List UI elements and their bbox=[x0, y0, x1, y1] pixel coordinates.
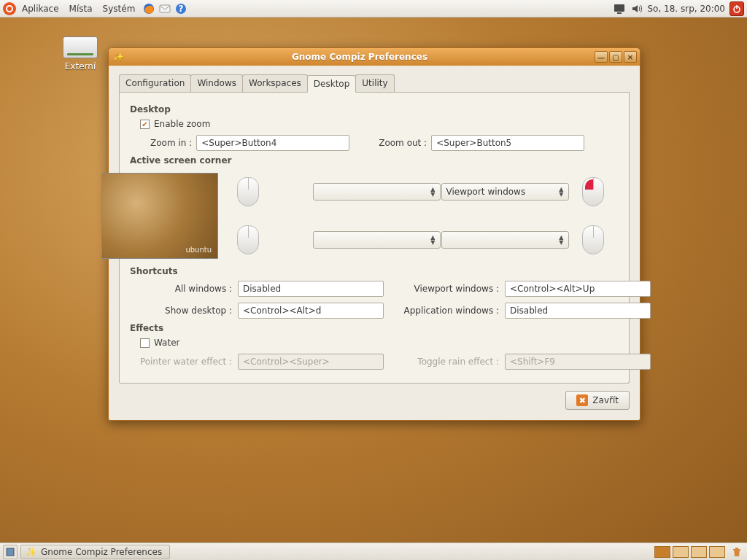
close-icon: ✖ bbox=[576, 394, 588, 406]
system-menus: Aplikace Místa Systém bbox=[3, 2, 139, 15]
viewport-windows-input[interactable] bbox=[505, 281, 651, 297]
menu-applications[interactable]: Aplikace bbox=[18, 4, 63, 14]
corner-bl-combo[interactable]: ▲▼ bbox=[313, 231, 441, 249]
toggle-rain-input bbox=[505, 354, 651, 370]
enable-zoom-checkbox[interactable] bbox=[140, 120, 150, 129]
volume-icon[interactable] bbox=[630, 2, 643, 15]
help-icon[interactable]: ? bbox=[174, 2, 187, 15]
app-windows-label: Application windows : bbox=[390, 306, 499, 316]
workspace-switcher[interactable] bbox=[654, 546, 725, 558]
corner-br-combo[interactable]: ▲▼ bbox=[441, 231, 569, 249]
power-button[interactable] bbox=[729, 1, 744, 16]
desktop-drive[interactable]: Externí bbox=[51, 36, 109, 71]
svg-rect-8 bbox=[7, 548, 14, 556]
show-desktop-input[interactable] bbox=[238, 303, 384, 319]
app-windows-input[interactable] bbox=[505, 303, 651, 319]
show-desktop-label: Show desktop : bbox=[137, 306, 232, 316]
system-tray: So, 18. srp, 20:00 bbox=[613, 1, 745, 16]
monitor-icon[interactable] bbox=[613, 2, 626, 15]
effects-heading: Effects bbox=[130, 323, 619, 333]
task-label: Gnome Compiz Preferences bbox=[41, 547, 162, 557]
close-button[interactable]: ✖ Zavřít bbox=[565, 391, 630, 410]
clock[interactable]: So, 18. srp, 20:00 bbox=[648, 4, 726, 14]
all-windows-label: All windows : bbox=[137, 284, 232, 294]
corners-heading: Active screen corner bbox=[130, 155, 619, 166]
gear-icon: ✨ bbox=[26, 547, 36, 557]
tab-configuration[interactable]: Configuration bbox=[119, 74, 191, 92]
drive-label: Externí bbox=[65, 61, 96, 71]
titlebar[interactable]: ✨ Gnome Compiz Preferences — ▢ ✕ bbox=[109, 48, 640, 66]
window-title: Gnome Compiz Preferences bbox=[125, 52, 595, 62]
trash-icon[interactable] bbox=[729, 545, 744, 559]
zoom-out-input[interactable] bbox=[431, 135, 584, 151]
svg-rect-1 bbox=[160, 5, 170, 12]
mouse-icon bbox=[237, 225, 259, 254]
show-desktop-button[interactable] bbox=[3, 545, 18, 559]
shortcuts-heading: Shortcuts bbox=[130, 266, 619, 276]
top-panel: Aplikace Místa Systém ? So, 18. srp, 20:… bbox=[0, 0, 747, 18]
svg-rect-7 bbox=[736, 5, 738, 9]
tab-utility[interactable]: Utility bbox=[355, 74, 394, 92]
water-label: Water bbox=[154, 338, 179, 348]
minimize-button[interactable]: — bbox=[595, 51, 608, 63]
window-icon: ✨ bbox=[112, 50, 125, 63]
tab-desktop[interactable]: Desktop bbox=[307, 75, 357, 93]
tab-workspaces[interactable]: Workspaces bbox=[242, 74, 308, 92]
menu-places[interactable]: Místa bbox=[65, 4, 97, 14]
preferences-window: ✨ Gnome Compiz Preferences — ▢ ✕ Configu… bbox=[108, 47, 640, 421]
svg-rect-5 bbox=[617, 12, 622, 14]
pointer-water-input bbox=[238, 354, 384, 370]
workspace-1[interactable] bbox=[654, 546, 670, 558]
taskbar-item[interactable]: ✨ Gnome Compiz Preferences bbox=[20, 545, 170, 559]
mouse-icon bbox=[582, 225, 604, 254]
maximize-button[interactable]: ▢ bbox=[609, 51, 622, 63]
enable-zoom-label: Enable zoom bbox=[154, 119, 210, 129]
menu-system[interactable]: Systém bbox=[98, 4, 140, 14]
desktop-heading: Desktop bbox=[130, 104, 619, 114]
svg-rect-4 bbox=[614, 4, 624, 12]
firefox-icon[interactable] bbox=[142, 2, 155, 15]
svg-text:?: ? bbox=[179, 4, 184, 14]
close-label: Zavřít bbox=[592, 395, 619, 405]
viewport-windows-label: Viewport windows : bbox=[390, 284, 499, 294]
mail-icon[interactable] bbox=[158, 2, 171, 15]
workspace-3[interactable] bbox=[691, 546, 707, 558]
pointer-water-label: Pointer water effect : bbox=[137, 357, 232, 367]
bottom-panel: ✨ Gnome Compiz Preferences bbox=[0, 542, 747, 560]
tab-content: Desktop Enable zoom Zoom in : Zoom out :… bbox=[119, 93, 630, 384]
ubuntu-brand: ubuntu bbox=[185, 246, 212, 254]
mouse-icon bbox=[237, 177, 259, 206]
toggle-rain-label: Toggle rain effect : bbox=[390, 357, 499, 367]
ubuntu-logo-icon[interactable] bbox=[3, 2, 16, 15]
water-checkbox[interactable] bbox=[140, 338, 150, 348]
zoom-out-label: Zoom out : bbox=[379, 138, 427, 148]
tab-bar: Configuration Windows Workspaces Desktop… bbox=[119, 74, 630, 93]
corner-tr-combo[interactable]: Viewport windows▲▼ bbox=[441, 183, 569, 201]
zoom-in-label: Zoom in : bbox=[150, 138, 192, 148]
close-button[interactable]: ✕ bbox=[624, 51, 637, 63]
desktop-preview: ubuntu bbox=[101, 173, 218, 259]
tab-windows[interactable]: Windows bbox=[190, 74, 243, 92]
mouse-icon bbox=[582, 177, 604, 206]
drive-icon bbox=[63, 36, 98, 58]
zoom-in-input[interactable] bbox=[196, 135, 349, 151]
launcher-icons: ? bbox=[142, 2, 187, 15]
corner-tl-combo[interactable]: ▲▼ bbox=[313, 183, 441, 201]
workspace-2[interactable] bbox=[673, 546, 689, 558]
workspace-4[interactable] bbox=[709, 546, 725, 558]
all-windows-input[interactable] bbox=[238, 281, 384, 297]
